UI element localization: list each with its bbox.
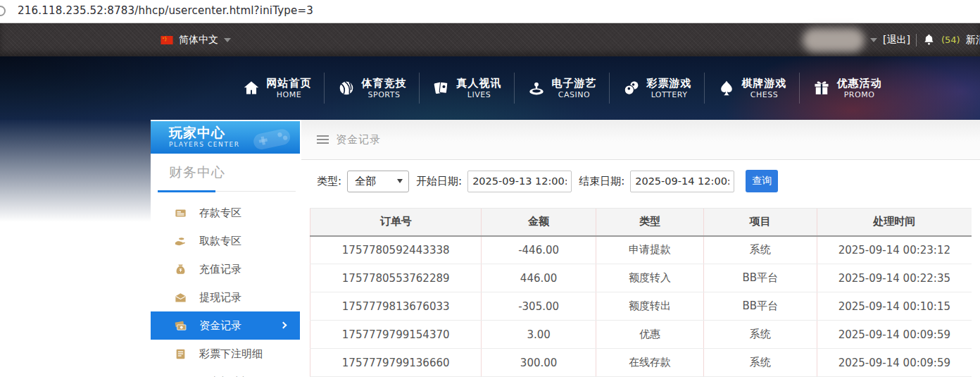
nav-item-lottery[interactable]: 彩票游戏LOTTERY bbox=[610, 77, 704, 100]
table-cell: 2025-09-14 00:10:15 bbox=[817, 292, 972, 321]
type-select[interactable]: 全部 bbox=[347, 171, 409, 192]
nav-item-text: 彩票游戏LOTTERY bbox=[647, 77, 692, 100]
end-date-input[interactable] bbox=[630, 171, 734, 192]
sidebar-item-hall-bet-record[interactable]: 厅室投注记录 bbox=[151, 368, 300, 377]
document-icon bbox=[174, 347, 187, 361]
sidebar-item-label: 取款专区 bbox=[199, 235, 241, 248]
message-label[interactable]: 新消息 bbox=[966, 34, 980, 47]
sidebar-item-recharge-record[interactable]: 充值记录 bbox=[151, 255, 300, 283]
main-panel: 类型: 全部 开始日期: 结束日期: 查询 订单号金额类型项目处理时间 1757… bbox=[301, 161, 980, 377]
sidebar-header: 玩家中心 PLAYERS CENTER bbox=[151, 121, 300, 154]
home-icon bbox=[242, 79, 260, 97]
site-topbar: 简体中文 [退出] (54) 新消息 bbox=[0, 23, 980, 56]
section-divider bbox=[151, 190, 300, 192]
nav-item-text: 真人视讯LIVES bbox=[457, 77, 502, 100]
table-cell: 1757780592443338 bbox=[310, 236, 482, 264]
message-count[interactable]: (54) bbox=[941, 35, 960, 45]
page: 216.118.235.52:8783/hhcp/usercenter.html… bbox=[0, 0, 980, 377]
nav-item-casino[interactable]: 电子游艺CASINO bbox=[515, 77, 609, 100]
table-cell: 1757779813676033 bbox=[310, 292, 482, 321]
nav-label-zh: 优惠活动 bbox=[837, 77, 882, 90]
sidebar-item-withdraw-record[interactable]: 提现记录 bbox=[151, 283, 300, 311]
sidebar-section: 财务中心 bbox=[151, 154, 300, 182]
banknotes-icon bbox=[174, 319, 187, 333]
sidebar-item-fund-record[interactable]: 资金记录 bbox=[151, 311, 300, 340]
nav-label-en: HOME bbox=[267, 90, 312, 100]
nav-label-en: SPORTS bbox=[362, 90, 407, 100]
language-label: 简体中文 bbox=[179, 34, 218, 47]
breadcrumb-bar: 资金记录 bbox=[301, 120, 980, 160]
nav-label-zh: 体育竞技 bbox=[362, 77, 407, 90]
username-blurred[interactable] bbox=[803, 28, 865, 52]
user-chevron-down-icon[interactable] bbox=[870, 38, 877, 42]
type-select-value: 全部 bbox=[355, 175, 397, 188]
table-cell: 系统 bbox=[703, 349, 817, 377]
end-date-label: 结束日期: bbox=[579, 175, 624, 188]
nav-item-text: 体育竞技SPORTS bbox=[362, 77, 407, 100]
nav-item-text: 棋牌游戏CHESS bbox=[742, 77, 787, 100]
table-header-cell: 项目 bbox=[703, 209, 817, 236]
roulette-icon bbox=[527, 79, 546, 97]
background-fade bbox=[0, 120, 151, 222]
user-area: [退出] (54) 新消息 bbox=[803, 23, 980, 56]
sidebar-item-lottery-detail[interactable]: 彩票下注明细 bbox=[151, 340, 300, 368]
nav-item-promo[interactable]: 优惠活动PROMO bbox=[800, 77, 894, 100]
table-header-row: 订单号金额类型项目处理时间 bbox=[310, 209, 972, 236]
table-row: 1757779813676033-305.00额度转出BB平台2025-09-1… bbox=[310, 292, 972, 321]
table-row: 1757780592443338-446.00申请提款系统2025-09-14 … bbox=[310, 236, 972, 264]
table-cell: 2025-09-14 00:23:12 bbox=[817, 236, 972, 264]
table-cell: 300.00 bbox=[482, 349, 596, 377]
table-cell: 2025-09-14 00:22:35 bbox=[817, 264, 972, 292]
sidebar-menu: 存款专区取款专区充值记录提现记录资金记录彩票下注明细厅室投注记录 bbox=[151, 199, 300, 377]
sidebar-item-label: 存款专区 bbox=[199, 206, 241, 220]
menu-icon bbox=[317, 135, 329, 144]
table-row: 1757780553762289446.00额度转入BB平台2025-09-14… bbox=[310, 264, 972, 292]
nav-label-en: PROMO bbox=[837, 90, 882, 100]
sidebar-item-withdraw-zone[interactable]: 取款专区 bbox=[151, 227, 300, 255]
nav-label-en: CHESS bbox=[742, 90, 787, 100]
nav-label-zh: 电子游艺 bbox=[552, 77, 597, 90]
url-text[interactable]: 216.118.235.52:8783/hhcp/usercenter.html… bbox=[18, 4, 313, 17]
nav-item-text: 网站首页HOME bbox=[267, 77, 312, 100]
nav-item-home[interactable]: 网站首页HOME bbox=[230, 77, 324, 100]
playing-cards-icon bbox=[432, 79, 451, 97]
lottery-balls-icon bbox=[622, 79, 641, 97]
nav-label-zh: 网站首页 bbox=[267, 77, 312, 90]
table-cell: 在线存款 bbox=[596, 349, 703, 377]
sports-ball-icon bbox=[337, 79, 356, 97]
money-bag-icon bbox=[174, 263, 187, 276]
sidebar-item-label: 资金记录 bbox=[199, 319, 241, 333]
finance-center-label: 财务中心 bbox=[169, 163, 300, 182]
spade-icon bbox=[717, 79, 736, 97]
filter-row: 类型: 全部 开始日期: 结束日期: 查询 bbox=[317, 170, 778, 192]
table-header-cell: 处理时间 bbox=[817, 209, 972, 236]
nav-item-text: 电子游艺CASINO bbox=[552, 77, 597, 100]
table-header-cell: 类型 bbox=[596, 209, 703, 236]
table-header-cell: 金额 bbox=[482, 209, 596, 236]
table-cell: -446.00 bbox=[482, 236, 596, 264]
nav-item-text: 优惠活动PROMO bbox=[837, 77, 882, 100]
nav-item-sports[interactable]: 体育竞技SPORTS bbox=[325, 77, 419, 100]
query-button[interactable]: 查询 bbox=[746, 170, 778, 192]
nav-item-lives[interactable]: 真人视讯LIVES bbox=[420, 77, 514, 100]
cash-out-icon bbox=[174, 291, 187, 304]
start-date-input[interactable] bbox=[467, 171, 572, 192]
main-nav-items: 网站首页HOME体育竞技SPORTS真人视讯LIVES电子游艺CASINO彩票游… bbox=[230, 56, 894, 120]
reload-icon[interactable] bbox=[0, 6, 6, 16]
table-cell: 1757779799136660 bbox=[310, 349, 482, 377]
chevron-down-icon bbox=[224, 38, 231, 42]
bell-icon[interactable] bbox=[922, 33, 936, 47]
nav-label-zh: 真人视讯 bbox=[457, 77, 502, 90]
table-cell: 446.00 bbox=[482, 264, 596, 292]
nav-label-zh: 彩票游戏 bbox=[647, 77, 692, 90]
language-selector[interactable]: 简体中文 bbox=[161, 23, 231, 56]
logout-button[interactable]: [退出] bbox=[883, 34, 910, 47]
table-cell: BB平台 bbox=[703, 292, 817, 321]
nav-item-chess[interactable]: 棋牌游戏CHESS bbox=[705, 77, 799, 100]
table-cell: 1757780553762289 bbox=[310, 264, 482, 292]
sidebar-item-label: 充值记录 bbox=[199, 263, 241, 276]
nav-label-zh: 棋牌游戏 bbox=[742, 77, 787, 90]
sidebar-item-deposit-zone[interactable]: 存款专区 bbox=[151, 199, 300, 227]
browser-url-bar[interactable]: 216.118.235.52:8783/hhcp/usercenter.html… bbox=[0, 0, 980, 23]
table-cell: 3.00 bbox=[482, 321, 596, 349]
